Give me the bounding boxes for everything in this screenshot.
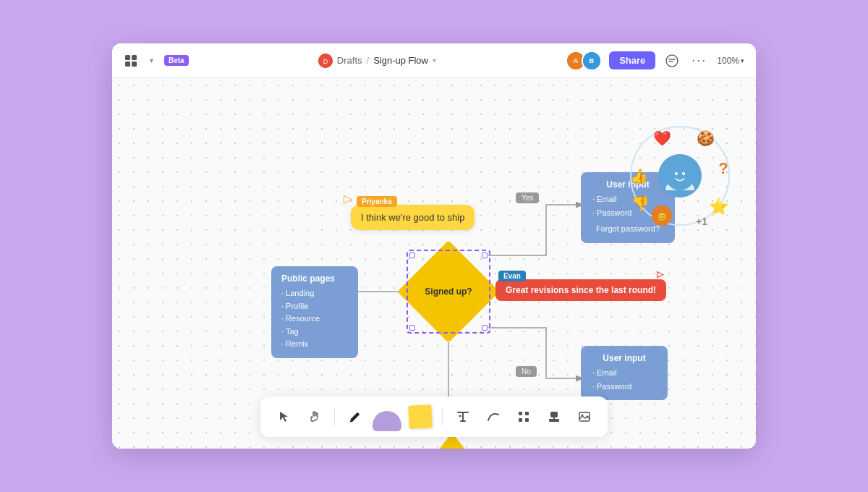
user-input-bottom-items: · Email · Password [592,366,656,393]
svg-point-24 [665,161,694,190]
svg-text:B: B [590,56,595,64]
priyanka-comment[interactable]: ▷ Priyanka I think we're good to ship [351,205,475,230]
breadcrumb-caret[interactable]: ▾ [433,56,436,64]
dropdown-arrow-logo[interactable]: ▾ [144,54,158,68]
pencil-tool[interactable] [342,404,368,430]
collaborator-avatar-2: B [582,51,602,71]
svg-rect-0 [125,55,130,60]
toolbar [260,396,608,437]
handle-tr[interactable] [482,253,488,258]
handle-tl[interactable] [409,253,415,258]
diamond-label: Signed up? [425,287,472,297]
svg-point-10 [666,55,678,67]
titlebar-center: D Drafts / Sign-up Flow ▾ [189,54,566,68]
public-pages-list: · Landing · Profile · Resource · Tag · R… [281,287,348,351]
svg-text:😊: 😊 [658,212,667,221]
svg-text:❤️[interactable]: ❤️ [653,130,671,147]
svg-rect-29 [525,412,529,415]
svg-text:?: ? [718,159,728,177]
svg-text:⭐[interactable]: ⭐ [709,197,729,216]
collaborator-avatars: A B [566,51,602,71]
public-pages-title: Public pages [281,273,348,284]
yes-label: Yes [516,192,539,203]
image-tool[interactable] [571,404,597,430]
select-tool[interactable] [271,404,297,430]
svg-point-25 [675,172,678,175]
public-pages-box[interactable]: Public pages · Landing · Profile · Resou… [271,266,358,358]
beta-badge: Beta [164,55,189,66]
zoom-indicator[interactable]: 100% ▾ [717,56,744,66]
svg-rect-33 [549,419,559,422]
app-logo[interactable] [124,54,138,68]
reaction-wheel: ❤️ 🍪 👍 ? 👎 ⭐ 😊 +1 [626,122,734,230]
svg-rect-32 [550,412,558,417]
priyanka-cursor: ▷ [344,192,352,205]
evan-revision-text: Great revisions since the last round! [506,285,656,295]
chat-button[interactable] [663,51,681,70]
divider-1 [334,408,335,425]
titlebar-left: ▾ Beta [124,54,189,68]
canvas[interactable]: Public pages · Landing · Profile · Resou… [112,78,756,449]
svg-rect-2 [125,62,130,67]
shape-tool-sticky[interactable] [406,402,435,431]
svg-point-26 [682,172,685,175]
signed-up-diamond[interactable]: Signed up? [412,255,485,328]
evan-cursor: ▷ [657,269,663,279]
evan-revision[interactable]: Evan ▷ Great revisions since the last ro… [495,279,666,301]
no-label: No [516,366,537,377]
evan-label: Evan [498,271,526,281]
svg-rect-31 [525,418,529,422]
breadcrumb-path[interactable]: Drafts [337,55,362,66]
breadcrumb-avatar: D [318,54,333,68]
svg-point-27 [459,415,461,417]
stamp-tool[interactable] [541,404,567,430]
main-window: ▾ Beta D Drafts / Sign-up Flow ▾ A B Sha… [112,43,756,449]
svg-rect-30 [519,418,522,422]
svg-text:+1: +1 [696,216,707,227]
svg-rect-1 [132,55,137,60]
divider-2 [442,408,443,425]
svg-text:A: A [574,56,579,64]
svg-text:🍪[interactable]: 🍪 [697,130,715,147]
hand-tool[interactable] [301,404,327,430]
svg-text:👎[interactable]: 👎 [631,195,650,212]
user-input-bottom-box[interactable]: User input · Email · Password [581,346,668,400]
text-tool[interactable] [450,404,476,430]
priyanka-label: Priyanka [357,196,397,207]
handle-br[interactable] [482,325,488,331]
share-button[interactable]: Share [609,51,655,69]
more-options-button[interactable]: ··· [689,50,710,71]
connector-tool[interactable] [511,404,537,430]
user-input-bottom-title: User input [592,353,656,363]
breadcrumb-doc[interactable]: Sign-up Flow [373,55,428,66]
priyanka-comment-text: I think we're good to ship [361,212,464,223]
breadcrumb-separator: / [367,55,370,66]
titlebar-right: A B Share ··· 100% ▾ [566,50,744,71]
titlebar: ▾ Beta D Drafts / Sign-up Flow ▾ A B Sha… [112,43,756,78]
shape-tool-semicircle[interactable] [373,402,401,431]
svg-rect-3 [132,62,137,67]
svg-text:D: D [323,58,328,65]
curve-tool[interactable] [480,404,506,430]
svg-text:👍[interactable]: 👍 [630,167,648,184]
svg-rect-28 [519,412,522,415]
handle-bl[interactable] [409,325,415,331]
